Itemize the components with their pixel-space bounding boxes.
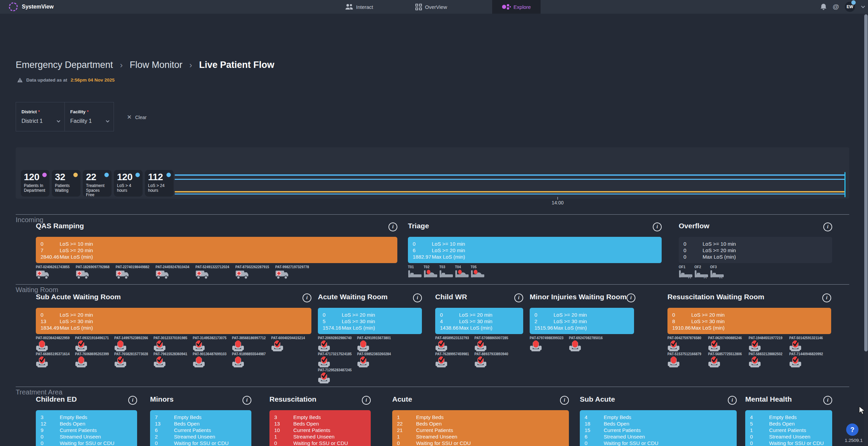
chevron-down-icon[interactable] [861, 5, 865, 8]
patient-cell[interactable]: PAT-79615528360941 [153, 352, 193, 368]
section-divider [16, 284, 849, 285]
facility-select[interactable]: Facility* Facility 1 [65, 102, 114, 131]
stat-label: LoS >= 20 min [459, 312, 492, 318]
patient-cell[interactable]: PAT-22740198449882 [116, 265, 156, 279]
patient-cell[interactable]: PAT-31495382173075 [193, 336, 232, 352]
patient-cell[interactable]: PAT-87502262287915 [235, 265, 275, 279]
patient-cell[interactable]: PAT-51537512166879 [667, 352, 708, 368]
tab-explore[interactable]: Explore [492, 0, 541, 14]
patient-cell[interactable]: PAT-57088865007285 [474, 336, 514, 352]
patient-cell[interactable]: PAT-06207490885246 [708, 336, 749, 352]
stat-line: 1574.16Max LoS (min) [323, 325, 420, 331]
stat-label: LoS >= 30 min [60, 318, 93, 325]
patient-cell[interactable]: PAT-00236424822959 [36, 336, 75, 352]
breadcrumb-emergency-department[interactable]: Emergency Department [16, 60, 113, 70]
patient-cell[interactable]: PAT-71295283487245 [318, 368, 357, 384]
stat-value: 4 [585, 414, 604, 420]
patient-cell[interactable]: PAT-48589523132793 [435, 336, 474, 352]
patient-cell[interactable]: PAT-47173217524185 [318, 352, 357, 368]
info-icon[interactable]: i [823, 222, 832, 231]
bed-cell[interactable]: T01 [408, 265, 423, 279]
brand[interactable]: SystemView [9, 0, 54, 14]
presence-badge [851, 0, 856, 5]
patient-cell[interactable]: PAT-20692802986740 [318, 336, 357, 352]
patient-cell[interactable]: PAT-24459247810434 [156, 265, 195, 279]
patient-cell[interactable]: PAT-02406261743855 [36, 265, 76, 279]
info-icon[interactable]: i [303, 293, 311, 302]
avatar[interactable]: EW [845, 2, 855, 12]
bed-cell[interactable]: OF2R [694, 265, 709, 279]
patient-cell[interactable]: PAT-76582815773028 [114, 352, 153, 368]
patient-cell[interactable]: PAT-76289957459981 [435, 352, 474, 368]
patient-cell[interactable]: PAT-76068695202399 [75, 352, 114, 368]
stat-value: 0 [683, 241, 703, 247]
patient-cell[interactable]: PAT-56857725512806 [708, 352, 749, 368]
stat-label: Max LoS (min) [432, 254, 465, 260]
bed-cell[interactable]: OF1R [679, 265, 693, 279]
at-icon[interactable]: @ [833, 3, 839, 11]
bed-cell[interactable]: T04 [455, 265, 470, 279]
trend-line [175, 193, 845, 195]
patient-cell[interactable]: PAT-50142591321146 [789, 336, 830, 352]
info-icon[interactable]: i [388, 222, 397, 231]
bed-cell[interactable]: T02 [424, 265, 438, 279]
patient-cell[interactable]: PAT-30123370191985 [153, 336, 193, 352]
stat-label: Waiting for SSU or CDU [416, 440, 471, 446]
help-button[interactable]: ? [846, 423, 858, 436]
patient-cell[interactable]: PAT-52491322712024 [195, 265, 235, 279]
patient-cell[interactable]: PAT-38568186997712 [232, 336, 271, 352]
live-patient-flow-page: SystemView Interact OverView Explore @ E… [0, 0, 868, 446]
breadcrumb-separator: › [120, 60, 123, 70]
stat-line: 13LoS >= 30 min [41, 318, 309, 325]
patient-cell[interactable]: PAT-59852383260284 [357, 352, 396, 368]
tab-overview[interactable]: OverView [415, 0, 447, 14]
bed-cell[interactable]: OF3R [710, 265, 725, 279]
patient-cell[interactable]: PAT-69247082785016 [569, 336, 608, 352]
stat-box: 7Empty Beds13Beds Open6Current Patients2… [150, 410, 251, 446]
patient-cell[interactable]: PAT-42910915673801 [357, 336, 396, 352]
patient-cell[interactable]: PAT-18269097792868 [76, 265, 116, 279]
bed-cell[interactable]: T03 [439, 265, 454, 279]
info-icon[interactable]: i [128, 396, 137, 405]
patient-cell[interactable]: PAT-00427597876580 [667, 336, 708, 352]
stat-line: 0LoS >= 20 min [41, 312, 309, 318]
patient-cell[interactable]: PAT-99827197329778 [275, 265, 315, 279]
card-child-wr: Child WR i 0LoS >= 20 min4LoS >= 30 min1… [435, 293, 523, 368]
stat-line: 6LoS >= 20 min [413, 247, 660, 254]
patient-cell[interactable]: PAT-90136487699103 [193, 352, 232, 368]
patient-cell[interactable]: PAT-60040204415214 [271, 336, 310, 352]
patient-cell[interactable]: PAT-91898855544987 [232, 352, 271, 368]
stat-value: 1438.66 [440, 325, 459, 331]
info-icon[interactable]: i [413, 293, 422, 302]
bell-icon[interactable] [820, 3, 827, 11]
info-icon[interactable]: i [362, 396, 371, 405]
info-icon[interactable]: i [627, 293, 635, 302]
info-icon[interactable]: i [560, 396, 569, 405]
patient-cell[interactable]: PAT-19484551977219 [749, 336, 789, 352]
patient-cell[interactable]: PAT-14997523892266 [114, 336, 153, 352]
info-icon[interactable]: i [514, 293, 523, 302]
info-icon[interactable]: i [728, 396, 737, 405]
info-icon[interactable]: i [653, 222, 662, 231]
chair-icon [789, 356, 801, 368]
patient-cell[interactable]: PAT-09321916496171 [75, 336, 114, 352]
info-icon[interactable]: i [822, 293, 831, 302]
clear-filters-button[interactable]: ✕ Clear [127, 114, 147, 121]
info-icon[interactable]: i [823, 396, 832, 405]
patient-cell[interactable]: PAT-67974988399323 [530, 336, 569, 352]
district-select[interactable]: District* District 1 [16, 102, 65, 131]
stat-line: 7LoS >= 20 min [41, 247, 395, 254]
patient-cell[interactable]: PAT-66865195371614 [36, 352, 75, 368]
tab-interact[interactable]: Interact [345, 0, 373, 14]
bed-cell[interactable]: T05 [471, 265, 485, 279]
scrollbar-thumb[interactable] [864, 14, 868, 351]
patient-cell[interactable]: PAT-71440946820992 [789, 352, 830, 368]
stat-line: 8LoS >= 30 min [672, 318, 829, 325]
patient-cell[interactable]: PAT-58832128882502 [749, 352, 789, 368]
breadcrumb-flow-monitor[interactable]: Flow Monitor [130, 60, 182, 70]
chair-icon [114, 340, 127, 352]
stat-label: Max LoS (min) [60, 325, 93, 331]
breadcrumb-separator: › [189, 60, 192, 70]
patient-cell[interactable]: PAT-88937933893940 [474, 352, 514, 368]
info-icon[interactable]: i [242, 396, 251, 405]
